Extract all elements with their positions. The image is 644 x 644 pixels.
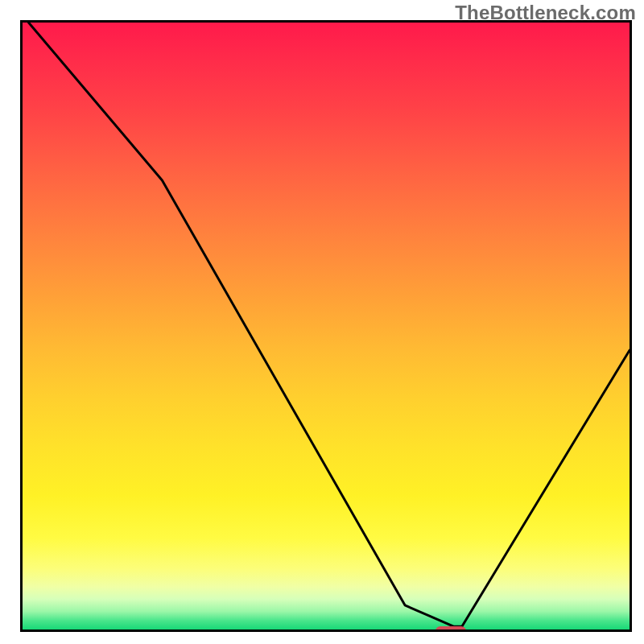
bottleneck-curve	[23, 23, 630, 630]
plot-area	[20, 20, 632, 632]
watermark-text: TheBottleneck.com	[455, 2, 636, 24]
optimal-range-marker	[436, 626, 466, 632]
chart-container: TheBottleneck.com	[0, 0, 644, 644]
